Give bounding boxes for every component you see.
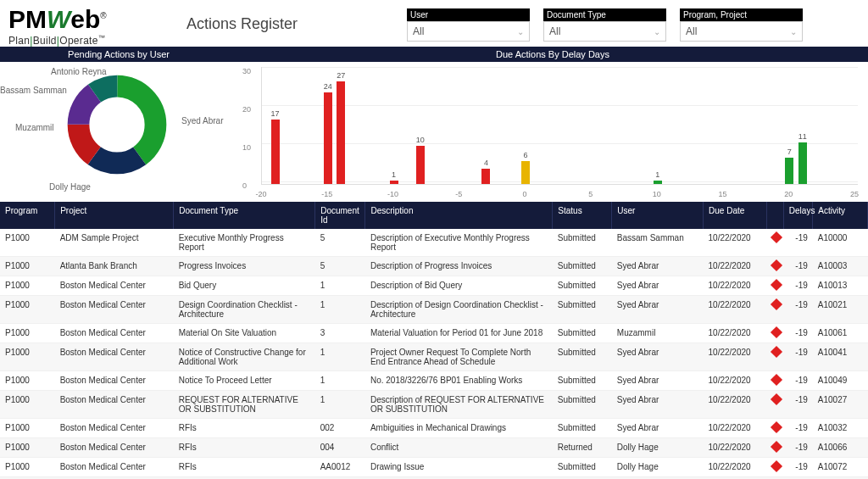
table-row[interactable]: P1000ADM Sample ProjectExecutive Monthly…: [0, 229, 868, 257]
bar: [521, 161, 530, 184]
column-header[interactable]: Status: [553, 202, 612, 229]
column-header[interactable]: Delays: [783, 202, 812, 229]
table-row[interactable]: P1000Boston Medical CenterDesign Coordin…: [0, 296, 868, 324]
bar-value: 24: [324, 82, 332, 91]
bar-value: 4: [484, 159, 488, 167]
bar: [390, 181, 398, 185]
bar: [481, 169, 490, 184]
y-tick: 20: [242, 105, 251, 114]
x-tick: 25: [850, 190, 859, 198]
delay-indicator-icon: [771, 346, 782, 358]
filter-doctype-value: All: [549, 25, 560, 37]
delay-indicator-icon: [771, 231, 782, 243]
y-tick: 30: [242, 67, 251, 75]
chevron-down-icon: ⌄: [654, 27, 660, 36]
bar-value: 10: [416, 136, 425, 144]
bar-value: 27: [337, 71, 345, 80]
table-row[interactable]: P1000Boston Medical CenterREQUEST FOR AL…: [0, 391, 868, 419]
bar: [416, 146, 425, 184]
bar-value: 7: [787, 148, 792, 156]
y-tick: 0: [242, 181, 247, 190]
donut-chart: Antonio Reyna Bassam Samman Muzammil Dol…: [0, 62, 237, 202]
column-header[interactable]: Activity: [813, 202, 868, 229]
delay-indicator-icon: [771, 259, 782, 271]
x-tick: -5: [455, 190, 462, 198]
column-header[interactable]: Project: [55, 202, 174, 229]
svg-point-4: [79, 86, 156, 164]
donut-title: Pending Actions by User: [0, 47, 237, 62]
logo-tagline: Plan|Build|Operate™: [8, 34, 186, 47]
x-tick: 0: [523, 190, 527, 198]
actions-table: ProgramProjectDocument TypeDocument IdDe…: [0, 202, 868, 479]
donut-label: Bassam Samman: [0, 86, 67, 95]
delay-indicator-icon: [771, 298, 782, 310]
bar-value: 1: [392, 170, 396, 179]
x-tick: 5: [588, 190, 593, 198]
bar: [337, 81, 345, 185]
chevron-down-icon: ⌄: [790, 27, 797, 36]
filter-doctype-label: Document Type: [543, 8, 666, 21]
filter-program-value: All: [686, 25, 697, 37]
filter-user-dropdown[interactable]: All ⌄: [407, 21, 530, 42]
bar-chart: 172427110461711 0102030-20-15-10-5051015…: [237, 62, 868, 202]
filter-user-label: User: [407, 8, 530, 21]
filter-user-value: All: [413, 25, 424, 37]
delay-indicator-icon: [771, 441, 782, 453]
delay-indicator-icon: [771, 326, 782, 338]
bar: [324, 92, 332, 184]
x-tick: -10: [387, 190, 398, 198]
app-logo: PMWeb® Plan|Build|Operate™: [8, 5, 186, 47]
filter-doctype-dropdown[interactable]: All ⌄: [543, 21, 666, 42]
x-tick: -20: [255, 190, 266, 198]
page-title: Actions Register: [186, 5, 407, 33]
filter-program-dropdown[interactable]: All ⌄: [680, 21, 803, 42]
x-tick: 15: [718, 190, 726, 198]
donut-label: Antonio Reyna: [51, 67, 107, 76]
bar: [785, 158, 793, 185]
bar: [271, 120, 280, 185]
delay-indicator-icon: [771, 460, 782, 472]
table-row[interactable]: P1000Boston Medical CenterBid Query1Desc…: [0, 276, 868, 296]
x-tick: -15: [321, 190, 332, 198]
filter-program-label: Program, Project: [680, 8, 803, 21]
donut-label: Dolly Hage: [49, 182, 91, 192]
donut-label: Muzammil: [15, 123, 54, 132]
x-tick: 10: [653, 190, 661, 198]
column-header[interactable]: Document Id: [315, 202, 365, 229]
delay-indicator-icon: [771, 421, 782, 433]
y-tick: 10: [242, 143, 251, 152]
bar-value: 17: [271, 109, 280, 118]
x-tick: 20: [784, 190, 793, 198]
column-header[interactable]: Description: [365, 202, 553, 229]
column-header[interactable]: [767, 202, 783, 229]
bar-value: 6: [524, 151, 528, 159]
table-row[interactable]: P1000Boston Medical CenterRFIs002Ambigui…: [0, 419, 868, 438]
donut-label: Syed Abrar: [181, 116, 223, 125]
delay-indicator-icon: [771, 279, 782, 291]
delay-indicator-icon: [771, 393, 782, 405]
column-header[interactable]: Due Date: [704, 202, 767, 229]
delay-indicator-icon: [771, 374, 782, 386]
table-row[interactable]: P1000Boston Medical CenterRFIsAA0012Draw…: [0, 458, 868, 477]
bar-value: 1: [655, 170, 659, 179]
table-row[interactable]: P1000Boston Medical CenterNotice of Cons…: [0, 343, 868, 371]
bar-title: Due Actions By Delay Days: [237, 47, 868, 62]
column-header[interactable]: Document Type: [174, 202, 315, 229]
bar-value: 11: [798, 132, 807, 141]
bar: [654, 181, 662, 185]
table-row[interactable]: P1000Boston Medical CenterMaterial On Si…: [0, 324, 868, 343]
table-row[interactable]: P1000Boston Medical CenterRFIs004Conflic…: [0, 438, 868, 458]
bar: [798, 142, 807, 185]
table-row[interactable]: P1000Atlanta Bank BranchProgress Invoice…: [0, 257, 868, 276]
chevron-down-icon: ⌄: [517, 27, 524, 36]
column-header[interactable]: Program: [0, 202, 55, 229]
table-row[interactable]: P1000Boston Medical CenterNotice To Proc…: [0, 371, 868, 391]
column-header[interactable]: User: [612, 202, 704, 229]
